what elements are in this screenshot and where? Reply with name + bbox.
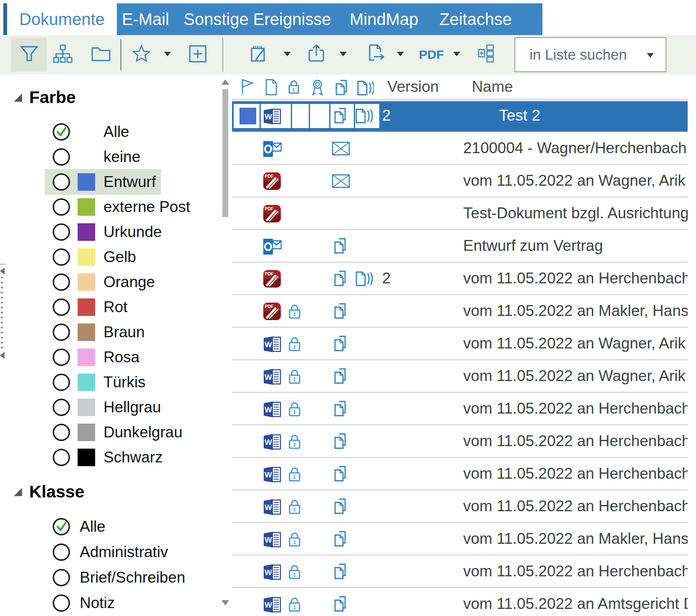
class-filter-administrativ[interactable]: Administrativ — [0, 540, 217, 564]
color-filter-türkis[interactable]: Türkis — [0, 370, 217, 394]
document-row-7[interactable]: PDFvom 11.05.2022 an Makler, Hans — [232, 295, 688, 328]
tab-zeitachse[interactable]: Zeitachse — [439, 3, 512, 35]
export-document-caret-button[interactable] — [397, 52, 404, 56]
radio-icon[interactable] — [52, 398, 71, 417]
edit-note-button[interactable] — [249, 43, 270, 65]
scroll-up-icon[interactable] — [222, 79, 229, 85]
radio-checked-icon[interactable] — [52, 123, 71, 141]
document-row-10[interactable]: Wvom 11.05.2022 an Herchenbach, I — [232, 393, 688, 425]
radio-icon[interactable] — [52, 198, 71, 216]
color-filter-braun[interactable]: Braun — [0, 320, 217, 344]
column-header-copies[interactable] — [333, 78, 349, 95]
tab-dokumente[interactable]: Dokumente — [7, 3, 117, 35]
document-row-8[interactable]: Wvom 11.05.2022 an Wagner, Arik — [232, 328, 688, 360]
document-row-4[interactable]: PDFTest-Dokument bzgl. Ausrichtung — [232, 197, 688, 230]
class-filter-alle[interactable]: Alle — [0, 515, 217, 539]
color-filter-urkunde[interactable]: Urkunde — [0, 220, 217, 244]
document-row-12[interactable]: Wvom 11.05.2022 an Herchenbach, I — [232, 458, 688, 490]
radio-icon[interactable] — [52, 348, 71, 366]
collapse-left-icon[interactable] — [0, 352, 5, 359]
favorites-button[interactable] — [131, 43, 152, 65]
color-filter-entwurf[interactable]: Entwurf — [0, 170, 217, 194]
favorites-caret-button[interactable] — [164, 52, 171, 56]
class-filter-notiz[interactable]: Notiz — [0, 591, 217, 615]
document-name: vom 11.05.2022 an Wagner, Arik — [463, 328, 686, 359]
radio-icon[interactable] — [52, 373, 71, 391]
color-filter-alle[interactable]: Alle — [0, 120, 217, 144]
share-button[interactable] — [306, 43, 328, 65]
document-row-5[interactable]: Entwurf zum Vertrag — [232, 230, 688, 263]
radio-checked-icon[interactable] — [52, 518, 71, 536]
scroll-down-icon[interactable] — [222, 600, 229, 606]
splitter-collapse-top[interactable] — [0, 268, 5, 275]
document-row-16[interactable]: Wvom 11.05.2022 an Amtsgericht Dü — [232, 588, 688, 616]
list-column-header[interactable]: VersionName — [232, 74, 688, 100]
sidebar-scrollbar-thumb[interactable] — [222, 89, 228, 217]
radio-icon[interactable] — [52, 594, 71, 612]
document-row-15[interactable]: Wvom 11.05.2022 an Herchenbach, I — [232, 555, 688, 588]
collapse-left-icon[interactable] — [0, 268, 5, 275]
tab-mindmap[interactable]: MindMap — [350, 3, 419, 35]
color-filter-rosa[interactable]: Rosa — [0, 345, 217, 369]
document-row-6[interactable]: PDF2vom 11.05.2022 an Herchenbach, V — [232, 263, 688, 295]
radio-icon[interactable] — [52, 448, 71, 467]
filter-button[interactable] — [18, 43, 40, 65]
column-settings-button[interactable] — [476, 43, 497, 65]
color-filter-hellgrau[interactable]: Hellgrau — [0, 395, 217, 419]
column-header-version[interactable]: Version — [387, 74, 439, 99]
edit-note-caret-button[interactable] — [284, 52, 291, 56]
column-header-seal[interactable] — [309, 78, 326, 97]
panel-splitter-handle[interactable] — [1, 277, 3, 351]
radio-icon[interactable] — [52, 273, 71, 291]
tab-e-mail[interactable]: E-Mail — [122, 3, 169, 35]
color-filter-externe-post[interactable]: externe Post — [0, 195, 217, 219]
list-search-box[interactable] — [514, 37, 666, 72]
window-top-strip — [0, 0, 696, 3]
color-filter-keine[interactable]: keine — [0, 145, 217, 169]
radio-icon[interactable] — [52, 298, 71, 316]
column-header-flag[interactable] — [240, 78, 255, 95]
radio-icon[interactable] — [52, 568, 71, 587]
document-row-9[interactable]: Wvom 11.05.2022 an Wagner, Arik — [232, 360, 688, 393]
radio-icon[interactable] — [52, 148, 71, 166]
radio-icon[interactable] — [52, 173, 71, 191]
section-collapse-icon[interactable] — [13, 487, 23, 497]
splitter-collapse-bottom[interactable] — [0, 352, 5, 359]
pdf-export-caret-button[interactable] — [453, 52, 460, 56]
document-name: Test 2 — [499, 100, 540, 131]
class-filter-brief-schreiben[interactable]: Brief/Schreiben — [0, 566, 217, 590]
hierarchy-button[interactable] — [52, 43, 73, 65]
column-header-versions[interactable] — [356, 78, 374, 97]
color-filter-gelb[interactable]: Gelb — [0, 245, 217, 269]
radio-icon[interactable] — [52, 248, 71, 266]
export-document-button[interactable] — [366, 43, 388, 65]
color-filter-orange[interactable]: Orange — [0, 270, 217, 294]
radio-icon[interactable] — [52, 423, 71, 442]
document-row-13[interactable]: Wvom 11.05.2022 an Herchenbach, I — [232, 490, 688, 523]
column-header-lock[interactable] — [286, 78, 301, 95]
column-header-name[interactable]: Name — [472, 74, 513, 99]
document-row-2[interactable]: 2100004 - Wagner/Herchenbach K — [232, 132, 688, 165]
document-row-3[interactable]: PDFvom 11.05.2022 an Wagner, Arik — [232, 165, 688, 197]
document-row-11[interactable]: Wvom 11.05.2022 an Herchenbach, V — [232, 425, 688, 458]
search-input[interactable] — [515, 38, 666, 71]
radio-icon[interactable] — [52, 323, 71, 341]
document-row-14[interactable]: Wvom 11.05.2022 an Makler, Hans — [232, 523, 688, 555]
lock-icon — [286, 466, 303, 482]
pdf-export-button[interactable]: PDF — [419, 35, 444, 74]
radio-icon[interactable] — [52, 223, 71, 241]
section-collapse-icon[interactable] — [13, 92, 23, 103]
color-filter-dunkelgrau[interactable]: Dunkelgrau — [0, 420, 217, 444]
share-caret-button[interactable] — [340, 52, 347, 56]
sidebar-scroll-down[interactable] — [222, 600, 229, 606]
add-button[interactable] — [187, 43, 209, 65]
sidebar-scroll-up[interactable] — [222, 79, 229, 85]
column-header-document[interactable] — [264, 78, 279, 96]
search-dropdown-caret-icon[interactable] — [647, 53, 654, 58]
tab-sonstige-ereignisse[interactable]: Sonstige Ereignisse — [184, 3, 331, 35]
document-row-1[interactable]: W2Test 2 — [232, 100, 688, 132]
folder-button[interactable] — [90, 43, 112, 65]
color-filter-rot[interactable]: Rot — [0, 295, 217, 319]
radio-icon[interactable] — [52, 543, 71, 561]
color-filter-schwarz[interactable]: Schwarz — [0, 445, 217, 470]
